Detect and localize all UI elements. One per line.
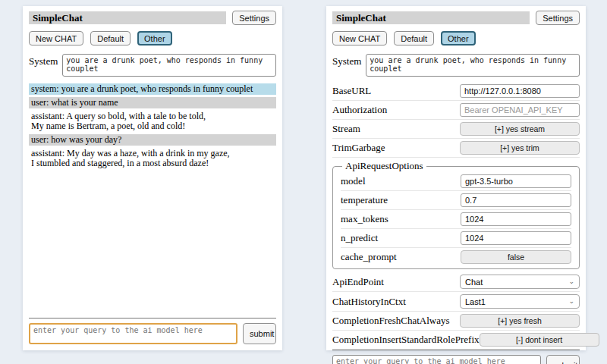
header-bar: SimpleChat Settings bbox=[332, 11, 580, 25]
cache-prompt-row: cache_prompt false bbox=[341, 248, 571, 266]
n-predict-row: n_predict bbox=[341, 229, 571, 248]
chat-history-select[interactable]: Last1 ⌄ bbox=[460, 294, 580, 309]
query-row: submit bbox=[332, 355, 580, 364]
api-request-options-legend: ApiRequestOptions bbox=[342, 160, 426, 172]
chat-message-list: system: you are a drunk poet, who respon… bbox=[29, 83, 276, 171]
session-list: New CHAT Default Other bbox=[332, 31, 580, 46]
system-prompt-row: System you are a drunk poet, who respond… bbox=[332, 54, 580, 77]
chevron-down-icon: ⌄ bbox=[568, 278, 574, 285]
trim-garbage-toggle-button[interactable]: [+] yes trim bbox=[460, 141, 580, 155]
system-prompt-input[interactable]: you are a drunk poet, who responds in fu… bbox=[62, 54, 276, 77]
max-tokens-row: max_tokens bbox=[341, 210, 571, 229]
settings-list: BaseURL Authorization Stream [+] yes str… bbox=[332, 82, 580, 350]
app-title: SimpleChat bbox=[29, 11, 226, 24]
session-default-button[interactable]: Default bbox=[90, 31, 131, 46]
system-label: System bbox=[29, 54, 58, 77]
completion-insert-role-prefix-toggle-button[interactable]: [-] dont insert bbox=[480, 333, 599, 347]
system-prompt-row: System you are a drunk poet, who respond… bbox=[29, 54, 276, 77]
stream-toggle-button[interactable]: [+] yes stream bbox=[460, 122, 580, 136]
baseurl-label: BaseURL bbox=[332, 85, 371, 97]
session-default-button[interactable]: Default bbox=[394, 31, 434, 46]
settings-panel: SimpleChat Settings New CHAT Default Oth… bbox=[326, 6, 586, 350]
model-label: model bbox=[341, 175, 366, 187]
temperature-input[interactable] bbox=[461, 193, 571, 207]
temperature-label: temperature bbox=[341, 194, 388, 206]
chat-message-assistant: assistant: My day was a haze, with a dri… bbox=[29, 148, 276, 169]
query-row: submit bbox=[29, 323, 276, 344]
divider bbox=[29, 318, 276, 318]
chat-history-label: ChatHistoryInCtxt bbox=[332, 296, 406, 308]
temperature-row: temperature bbox=[341, 191, 571, 210]
chat-history-row: ChatHistoryInCtxt Last1 ⌄ bbox=[332, 292, 580, 312]
completion-insert-role-prefix-label: CompletionInsertStandardRolePrefix bbox=[332, 334, 480, 346]
chat-panel: SimpleChat Settings New CHAT Default Oth… bbox=[23, 6, 282, 350]
header-bar: SimpleChat Settings bbox=[29, 11, 276, 25]
query-input[interactable] bbox=[29, 323, 237, 344]
n-predict-label: n_predict bbox=[341, 232, 378, 244]
chevron-down-icon: ⌄ bbox=[568, 298, 574, 305]
model-row: model bbox=[341, 172, 571, 191]
stream-row: Stream [+] yes stream bbox=[332, 120, 580, 139]
app-title: SimpleChat bbox=[332, 11, 530, 24]
stream-label: Stream bbox=[332, 123, 360, 135]
api-endpoint-label: ApiEndPoint bbox=[332, 276, 384, 288]
trim-garbage-label: TrimGarbage bbox=[332, 142, 385, 154]
api-endpoint-row: ApiEndPoint Chat ⌄ bbox=[332, 272, 580, 292]
baseurl-row: BaseURL bbox=[332, 82, 580, 101]
completion-insert-role-prefix-row: CompletionInsertStandardRolePrefix [-] d… bbox=[332, 331, 580, 350]
session-list: New CHAT Default Other bbox=[29, 31, 276, 46]
query-input[interactable] bbox=[332, 355, 541, 364]
completion-fresh-chat-label: CompletionFreshChatAlways bbox=[332, 315, 450, 327]
settings-button[interactable]: Settings bbox=[536, 11, 580, 25]
chat-message-user: user: how was your day? bbox=[29, 134, 276, 146]
api-request-options-fieldset: ApiRequestOptions model temperature max_… bbox=[332, 160, 580, 269]
authorization-row: Authorization bbox=[332, 101, 580, 120]
session-other-button[interactable]: Other bbox=[137, 31, 172, 46]
divider bbox=[332, 350, 580, 350]
chat-message-assistant: assistant: A query so bold, with a tale … bbox=[29, 111, 276, 132]
session-new-chat-button[interactable]: New CHAT bbox=[332, 31, 387, 46]
chat-history-selected-value: Last1 bbox=[465, 297, 486, 306]
submit-button[interactable]: submit bbox=[243, 323, 276, 344]
api-endpoint-select[interactable]: Chat ⌄ bbox=[460, 275, 580, 289]
completion-fresh-chat-toggle-button[interactable]: [+] yes fresh bbox=[460, 314, 580, 328]
chat-message-user: user: what is your name bbox=[29, 97, 276, 108]
model-input[interactable] bbox=[461, 174, 571, 188]
max-tokens-input[interactable] bbox=[461, 212, 571, 226]
authorization-label: Authorization bbox=[332, 104, 387, 116]
chat-message-system: system: you are a drunk poet, who respon… bbox=[29, 83, 276, 95]
trim-garbage-row: TrimGarbage [+] yes trim bbox=[332, 139, 580, 158]
cache-prompt-toggle-button[interactable]: false bbox=[461, 250, 571, 264]
system-label: System bbox=[332, 54, 361, 77]
completion-fresh-chat-row: CompletionFreshChatAlways [+] yes fresh bbox=[332, 312, 580, 331]
baseurl-input[interactable] bbox=[460, 84, 580, 98]
submit-button[interactable]: submit bbox=[546, 355, 580, 364]
max-tokens-label: max_tokens bbox=[341, 213, 388, 225]
authorization-input[interactable] bbox=[460, 103, 580, 117]
settings-button[interactable]: Settings bbox=[232, 11, 276, 25]
system-prompt-input[interactable]: you are a drunk poet, who responds in fu… bbox=[366, 54, 580, 77]
n-predict-input[interactable] bbox=[461, 231, 571, 245]
api-endpoint-selected-value: Chat bbox=[465, 278, 483, 287]
cache-prompt-label: cache_prompt bbox=[341, 251, 397, 263]
empty-space bbox=[29, 171, 276, 318]
session-other-button[interactable]: Other bbox=[441, 31, 476, 46]
session-new-chat-button[interactable]: New CHAT bbox=[29, 31, 83, 46]
